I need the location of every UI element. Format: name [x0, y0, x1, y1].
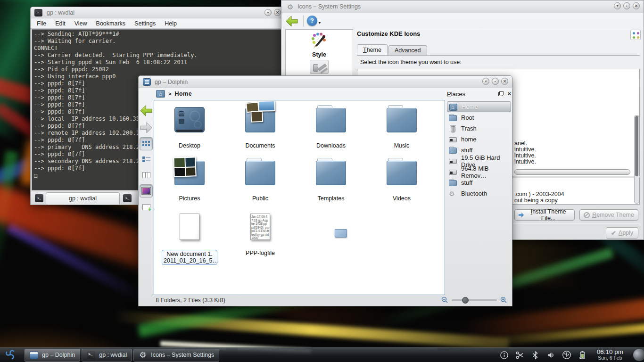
file-label: Videos: [393, 195, 411, 202]
battery-icon[interactable]: [578, 350, 587, 360]
new-tab-button[interactable]: >_: [35, 194, 43, 202]
breadcrumb-home[interactable]: Home: [174, 90, 192, 97]
minimize-button[interactable]: [614, 2, 621, 9]
detach-panel-icon[interactable]: [498, 91, 504, 96]
klipper-scissors-icon[interactable]: [515, 350, 525, 360]
back-button[interactable]: [140, 104, 153, 117]
menu-item[interactable]: Settings: [134, 20, 156, 27]
terminal-line: CONNECT: [34, 45, 283, 52]
breadcrumb-separator: >: [168, 91, 171, 97]
home-folder-icon[interactable]: ⌂: [156, 90, 165, 98]
clock[interactable]: 06:10 pm Sun, 6 Feb: [593, 349, 627, 361]
terminal-titlebar[interactable]: >_ gp : wvdial: [31, 7, 285, 18]
terminal-icon: >_: [34, 9, 42, 16]
split-tab-button[interactable]: >_: [123, 194, 132, 202]
tab[interactable]: Theme: [357, 44, 388, 55]
split-view-button[interactable]: [140, 200, 153, 214]
file-grid: Desktop Documents Downloads Music Pictur…: [154, 100, 445, 259]
tools-icon[interactable]: [310, 60, 329, 74]
system-settings-title: Icons – System Settings: [297, 3, 361, 10]
menu-item[interactable]: Bookmarks: [96, 20, 126, 27]
sidebar-item-style[interactable]: Style: [286, 33, 353, 58]
remove-theme-button[interactable]: Remove Theme: [579, 209, 638, 221]
zoom-out-icon[interactable]: [441, 296, 448, 304]
file-item[interactable]: Music: [366, 100, 437, 153]
file-item[interactable]: Downloads: [296, 100, 366, 153]
terminal-tab[interactable]: gp : wvdial: [46, 192, 120, 205]
terminal-line: --> Starting pppd at Sun Feb 6 18:08:22 …: [34, 59, 283, 66]
places-item[interactable]: Bluetooth: [447, 188, 511, 199]
zoom-slider-handle[interactable]: [462, 297, 469, 304]
taskbar-task[interactable]: gp – Dolphin: [25, 349, 80, 362]
file-view[interactable]: Desktop Documents Downloads Music Pictur…: [154, 100, 445, 295]
theme-list-text: anel.intuitive.intuitive.intuitive.: [514, 140, 536, 165]
panel-cashew-icon[interactable]: [633, 349, 644, 361]
places-item[interactable]: Home: [447, 101, 511, 112]
columns-view-icon: [142, 172, 150, 178]
file-item[interactable]: Documents: [225, 100, 296, 153]
file-item[interactable]: Pictures: [154, 153, 225, 206]
place-icon: [449, 179, 457, 187]
apply-button[interactable]: ✔ Apply: [606, 227, 638, 239]
columns-view-button[interactable]: [140, 168, 153, 181]
task-icon: [30, 351, 38, 359]
bluetooth-icon[interactable]: [531, 350, 540, 360]
file-item[interactable]: Jan 17 09:4 7:18 gp-Asp ire-5738 pp pd[1…: [225, 206, 296, 259]
volume-icon[interactable]: [546, 350, 556, 360]
back-button[interactable]: [285, 15, 298, 27]
preview-button[interactable]: [140, 184, 153, 197]
menu-item[interactable]: View: [74, 20, 87, 27]
place-icon: [449, 168, 457, 176]
preview-icon: [142, 188, 150, 194]
details-view-icon: [142, 156, 150, 162]
menu-item[interactable]: File: [37, 20, 46, 27]
app-launcher-button[interactable]: [0, 348, 21, 362]
install-theme-button[interactable]: Install Theme File...: [514, 209, 575, 221]
info-icon[interactable]: [500, 350, 509, 360]
close-button[interactable]: [633, 2, 640, 9]
forward-button[interactable]: [140, 121, 153, 134]
close-panel-icon[interactable]: ×: [507, 91, 511, 97]
icons-view-button[interactable]: [140, 137, 153, 150]
help-button[interactable]: ?: [307, 16, 317, 26]
vertical-scrollbar[interactable]: [634, 115, 639, 204]
terminal-title: gp : wvdial: [47, 9, 74, 16]
places-item[interactable]: home: [447, 134, 511, 145]
zoom-in-icon[interactable]: [500, 296, 507, 304]
module-heading: Customize KDE Icons: [357, 30, 420, 37]
zoom-slider[interactable]: [452, 299, 497, 301]
place-label: Home: [462, 103, 478, 110]
maximize-button[interactable]: [623, 2, 630, 9]
help-dropdown-caret[interactable]: ▾: [319, 21, 321, 25]
file-item[interactable]: New document 1. 2011_01_20_16_5…: [154, 206, 225, 259]
style-icon: [311, 33, 328, 49]
file-item[interactable]: Desktop: [154, 100, 225, 153]
task-label: gp – Dolphin: [42, 352, 75, 358]
tab[interactable]: Advanced: [388, 45, 427, 55]
usb-device-icon[interactable]: [562, 350, 571, 360]
system-settings-titlebar[interactable]: ⚙ Icons – System Settings: [281, 0, 644, 13]
horizontal-scrollbar[interactable]: [514, 169, 630, 175]
close-button[interactable]: [501, 78, 508, 85]
places-item[interactable]: Trash: [447, 123, 511, 134]
file-label: New document 1. 2011_01_20_16_5…: [162, 250, 217, 265]
maximize-button[interactable]: [492, 78, 499, 85]
close-button[interactable]: [274, 9, 281, 16]
minimize-button[interactable]: [482, 78, 489, 85]
dolphin-titlebar[interactable]: gp – Dolphin: [139, 76, 512, 88]
places-item[interactable]: Root: [447, 112, 511, 123]
taskbar-task[interactable]: gp : wvdial: [82, 349, 132, 362]
taskbar-task[interactable]: Icons – System Settings: [133, 349, 219, 362]
task-icon: [87, 351, 95, 359]
file-item[interactable]: Public: [225, 153, 296, 206]
file-item[interactable]: Videos: [366, 153, 437, 206]
scrollbar-thumb[interactable]: [635, 116, 638, 176]
file-item[interactable]: Templates: [296, 153, 366, 206]
minimize-button[interactable]: [264, 9, 272, 16]
menu-item[interactable]: Help: [165, 20, 177, 27]
places-item[interactable]: 964.8 MiB Remov…: [447, 166, 511, 177]
menu-item[interactable]: Edit: [55, 20, 66, 27]
details-view-button[interactable]: [140, 152, 153, 165]
places-panel: Places × Home Root Trash home: [447, 89, 511, 294]
file-icon: [174, 108, 205, 132]
